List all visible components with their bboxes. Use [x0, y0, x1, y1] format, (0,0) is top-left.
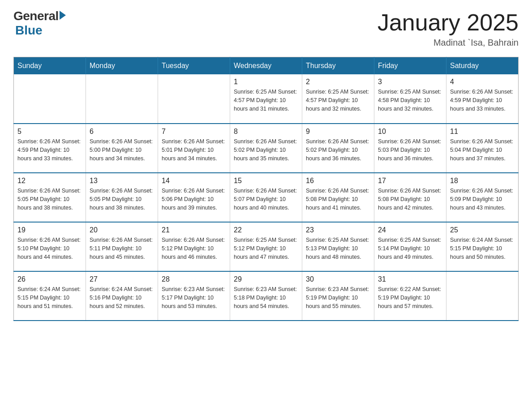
day-info: Sunrise: 6:26 AM Sunset: 5:06 PM Dayligh…: [162, 187, 226, 212]
day-info: Sunrise: 6:25 AM Sunset: 5:12 PM Dayligh…: [234, 236, 298, 261]
calendar-cell: 30Sunrise: 6:23 AM Sunset: 5:19 PM Dayli…: [302, 271, 374, 321]
day-info: Sunrise: 6:26 AM Sunset: 5:08 PM Dayligh…: [378, 187, 442, 212]
title-area: January 2025 Madinat `Isa, Bahrain: [378, 9, 519, 48]
calendar-cell: 6Sunrise: 6:26 AM Sunset: 5:00 PM Daylig…: [86, 124, 158, 173]
calendar-cell: 14Sunrise: 6:26 AM Sunset: 5:06 PM Dayli…: [158, 173, 230, 222]
day-info: Sunrise: 6:25 AM Sunset: 5:13 PM Dayligh…: [306, 236, 370, 261]
day-number: 9: [306, 128, 370, 136]
calendar-cell: 24Sunrise: 6:25 AM Sunset: 5:14 PM Dayli…: [374, 222, 446, 271]
calendar-cell: 10Sunrise: 6:26 AM Sunset: 5:03 PM Dayli…: [374, 124, 446, 173]
calendar-cell: [14, 74, 86, 124]
day-info: Sunrise: 6:24 AM Sunset: 5:16 PM Dayligh…: [90, 285, 154, 310]
page-header: General Blue January 2025 Madinat `Isa, …: [13, 9, 519, 48]
calendar-table: SundayMondayTuesdayWednesdayThursdayFrid…: [13, 57, 519, 321]
day-info: Sunrise: 6:26 AM Sunset: 4:59 PM Dayligh…: [450, 88, 515, 113]
day-number: 27: [90, 275, 154, 283]
calendar-cell: 12Sunrise: 6:26 AM Sunset: 5:05 PM Dayli…: [14, 173, 86, 222]
calendar-cell: 23Sunrise: 6:25 AM Sunset: 5:13 PM Dayli…: [302, 222, 374, 271]
calendar-cell: 27Sunrise: 6:24 AM Sunset: 5:16 PM Dayli…: [86, 271, 158, 321]
calendar-cell: 3Sunrise: 6:25 AM Sunset: 4:58 PM Daylig…: [374, 74, 446, 124]
calendar-cell: 28Sunrise: 6:23 AM Sunset: 5:17 PM Dayli…: [158, 271, 230, 321]
day-info: Sunrise: 6:26 AM Sunset: 5:01 PM Dayligh…: [162, 137, 226, 163]
day-number: 13: [90, 177, 154, 185]
day-info: Sunrise: 6:26 AM Sunset: 5:05 PM Dayligh…: [17, 187, 82, 212]
calendar-header-saturday: Saturday: [446, 57, 519, 75]
day-number: 17: [378, 177, 442, 185]
day-info: Sunrise: 6:26 AM Sunset: 5:09 PM Dayligh…: [450, 187, 515, 212]
logo: General Blue: [13, 9, 66, 38]
day-number: 6: [90, 128, 154, 136]
day-info: Sunrise: 6:26 AM Sunset: 4:59 PM Dayligh…: [17, 137, 82, 163]
calendar-header-row: SundayMondayTuesdayWednesdayThursdayFrid…: [14, 57, 519, 75]
day-info: Sunrise: 6:26 AM Sunset: 5:05 PM Dayligh…: [90, 187, 154, 212]
calendar-cell: 16Sunrise: 6:26 AM Sunset: 5:08 PM Dayli…: [302, 173, 374, 222]
calendar-week-row: 5Sunrise: 6:26 AM Sunset: 4:59 PM Daylig…: [14, 124, 519, 173]
month-title: January 2025: [378, 9, 519, 36]
day-number: 29: [234, 275, 298, 283]
day-number: 22: [234, 226, 298, 234]
calendar-cell: 7Sunrise: 6:26 AM Sunset: 5:01 PM Daylig…: [158, 124, 230, 173]
calendar-header-wednesday: Wednesday: [230, 57, 302, 75]
day-number: 21: [162, 226, 226, 234]
calendar-cell: 26Sunrise: 6:24 AM Sunset: 5:15 PM Dayli…: [14, 271, 86, 321]
calendar-cell: 11Sunrise: 6:26 AM Sunset: 5:04 PM Dayli…: [446, 124, 519, 173]
day-info: Sunrise: 6:25 AM Sunset: 4:57 PM Dayligh…: [306, 88, 370, 113]
calendar-cell: 19Sunrise: 6:26 AM Sunset: 5:10 PM Dayli…: [14, 222, 86, 271]
day-number: 4: [450, 78, 515, 86]
day-info: Sunrise: 6:24 AM Sunset: 5:15 PM Dayligh…: [450, 236, 515, 261]
calendar-cell: 18Sunrise: 6:26 AM Sunset: 5:09 PM Dayli…: [446, 173, 519, 222]
day-number: 26: [17, 275, 82, 283]
calendar-cell: 21Sunrise: 6:26 AM Sunset: 5:12 PM Dayli…: [158, 222, 230, 271]
day-number: 15: [234, 177, 298, 185]
day-number: 16: [306, 177, 370, 185]
logo-arrow-icon: [60, 11, 66, 20]
calendar-week-row: 19Sunrise: 6:26 AM Sunset: 5:10 PM Dayli…: [14, 222, 519, 271]
logo-blue-text: Blue: [15, 23, 43, 38]
day-info: Sunrise: 6:26 AM Sunset: 5:10 PM Dayligh…: [17, 236, 82, 261]
day-info: Sunrise: 6:23 AM Sunset: 5:18 PM Dayligh…: [234, 285, 298, 310]
day-number: 1: [234, 78, 298, 86]
day-number: 2: [306, 78, 370, 86]
calendar-cell: 13Sunrise: 6:26 AM Sunset: 5:05 PM Dayli…: [86, 173, 158, 222]
calendar-cell: 17Sunrise: 6:26 AM Sunset: 5:08 PM Dayli…: [374, 173, 446, 222]
logo-general-text: General: [13, 9, 59, 23]
calendar-week-row: 26Sunrise: 6:24 AM Sunset: 5:15 PM Dayli…: [14, 271, 519, 321]
day-info: Sunrise: 6:26 AM Sunset: 5:04 PM Dayligh…: [450, 137, 515, 163]
day-info: Sunrise: 6:25 AM Sunset: 4:58 PM Dayligh…: [378, 88, 442, 113]
day-number: 31: [378, 275, 442, 283]
calendar-header-tuesday: Tuesday: [158, 57, 230, 75]
calendar-header-friday: Friday: [374, 57, 446, 75]
calendar-cell: [158, 74, 230, 124]
calendar-week-row: 1Sunrise: 6:25 AM Sunset: 4:57 PM Daylig…: [14, 74, 519, 124]
day-info: Sunrise: 6:25 AM Sunset: 5:14 PM Dayligh…: [378, 236, 442, 261]
day-number: 30: [306, 275, 370, 283]
day-info: Sunrise: 6:26 AM Sunset: 5:11 PM Dayligh…: [90, 236, 154, 261]
calendar-cell: 4Sunrise: 6:26 AM Sunset: 4:59 PM Daylig…: [446, 74, 519, 124]
calendar-cell: 1Sunrise: 6:25 AM Sunset: 4:57 PM Daylig…: [230, 74, 302, 124]
calendar-cell: [446, 271, 519, 321]
day-info: Sunrise: 6:26 AM Sunset: 5:08 PM Dayligh…: [306, 187, 370, 212]
day-number: 20: [90, 226, 154, 234]
day-info: Sunrise: 6:26 AM Sunset: 5:03 PM Dayligh…: [378, 137, 442, 163]
day-number: 8: [234, 128, 298, 136]
day-number: 3: [378, 78, 442, 86]
calendar-cell: 25Sunrise: 6:24 AM Sunset: 5:15 PM Dayli…: [446, 222, 519, 271]
calendar-week-row: 12Sunrise: 6:26 AM Sunset: 5:05 PM Dayli…: [14, 173, 519, 222]
day-number: 23: [306, 226, 370, 234]
calendar-cell: 15Sunrise: 6:26 AM Sunset: 5:07 PM Dayli…: [230, 173, 302, 222]
calendar-cell: 31Sunrise: 6:22 AM Sunset: 5:19 PM Dayli…: [374, 271, 446, 321]
calendar-cell: 9Sunrise: 6:26 AM Sunset: 5:02 PM Daylig…: [302, 124, 374, 173]
day-number: 11: [450, 128, 515, 136]
day-info: Sunrise: 6:26 AM Sunset: 5:12 PM Dayligh…: [162, 236, 226, 261]
day-number: 19: [17, 226, 82, 234]
day-number: 18: [450, 177, 515, 185]
calendar-cell: 8Sunrise: 6:26 AM Sunset: 5:02 PM Daylig…: [230, 124, 302, 173]
day-number: 14: [162, 177, 226, 185]
day-info: Sunrise: 6:22 AM Sunset: 5:19 PM Dayligh…: [378, 285, 442, 310]
day-info: Sunrise: 6:26 AM Sunset: 5:07 PM Dayligh…: [234, 187, 298, 212]
day-info: Sunrise: 6:23 AM Sunset: 5:19 PM Dayligh…: [306, 285, 370, 310]
calendar-cell: [86, 74, 158, 124]
calendar-header-sunday: Sunday: [14, 57, 86, 75]
day-info: Sunrise: 6:24 AM Sunset: 5:15 PM Dayligh…: [17, 285, 82, 310]
calendar-cell: 22Sunrise: 6:25 AM Sunset: 5:12 PM Dayli…: [230, 222, 302, 271]
